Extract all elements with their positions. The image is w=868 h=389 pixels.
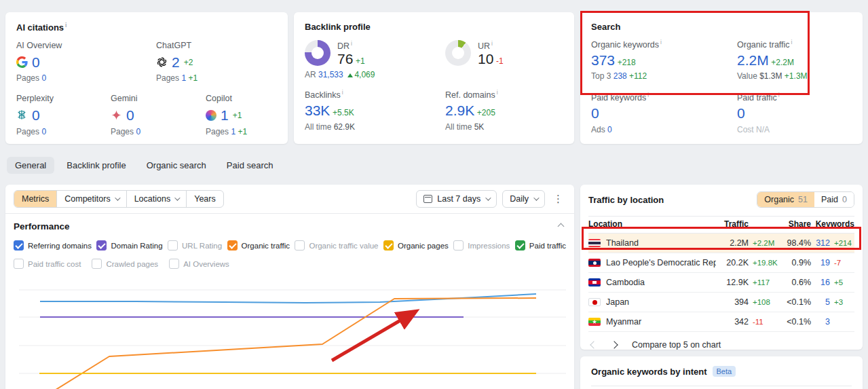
checkbox-ai-overviews[interactable]: AI Overviews <box>169 259 229 269</box>
metric-value: 10 <box>478 51 493 67</box>
checkbox-icon <box>14 259 24 269</box>
checkbox-url-rating[interactable]: URL Rating <box>168 240 222 251</box>
checkbox-crawled-pages[interactable]: Crawled pages <box>92 259 158 269</box>
pages-value[interactable]: 0 <box>136 127 140 136</box>
metric-delta: +2.2M <box>771 58 794 67</box>
keywords-link[interactable]: 16 <box>811 278 830 287</box>
traffic-value: 20.2K <box>716 258 749 267</box>
table-row-thailand[interactable]: Thailand 2.2M +2.2M 98.4% 312 +214 <box>588 234 854 253</box>
checkbox-impressions[interactable]: Impressions <box>453 240 510 251</box>
copilot-metric: Copilot 1 +1 Pages 1 +1 <box>206 94 247 136</box>
tab-organic-search[interactable]: Organic search <box>138 157 214 174</box>
keywords-link[interactable]: 312 <box>811 238 830 248</box>
checkbox-organic-pages[interactable]: Organic pages <box>383 240 449 251</box>
metric-value[interactable]: 2.9K <box>445 103 474 118</box>
column-header-traffic[interactable]: Traffic <box>716 219 749 229</box>
gemini-metric: Gemini 0 Pages 0 <box>111 94 206 136</box>
sub-value[interactable]: 238 <box>614 71 627 81</box>
table-row-cambodia[interactable]: Cambodia 12.9K +117 0.6% 16 +5 <box>588 273 854 293</box>
keywords-link[interactable]: 19 <box>811 258 830 267</box>
chatgpt-metric: ChatGPT 2 +2 Pages 1 +1 <box>156 41 197 83</box>
locations-button[interactable]: Locations <box>127 191 187 207</box>
previous-page-icon[interactable] <box>590 341 597 348</box>
table-row-laos[interactable]: Lao People's Democratic Reput 20.2K +19.… <box>588 253 854 273</box>
checkbox-label: Domain Rating <box>111 242 162 250</box>
location-name: Thailand <box>606 238 716 248</box>
paid-toggle-button[interactable]: Paid0 <box>814 192 854 207</box>
table-row-myanmar[interactable]: Myanmar 342 -11 <0.1% 3 <box>588 312 854 332</box>
traffic-by-location-title: Traffic by location <box>588 195 664 205</box>
pages-value[interactable]: 0 <box>41 127 46 136</box>
traffic-delta: +2.2M <box>749 239 780 247</box>
organic-toggle-button[interactable]: Organic51 <box>757 192 814 207</box>
metric-value[interactable]: 0 <box>737 105 745 121</box>
tab-general[interactable]: General <box>7 157 54 174</box>
perplexity-metric: Perplexity 0 Pages 0 <box>16 94 111 136</box>
checkbox-icon <box>515 240 525 251</box>
date-range-button[interactable]: Last 7 days <box>416 190 497 208</box>
metric-value[interactable]: 373 <box>591 52 615 68</box>
backlinks-metric: Backlinksi 33K +5.5K All time 62.9K <box>305 89 445 131</box>
keywords-delta: +214 <box>830 239 854 247</box>
metric-delta: +218 <box>618 58 636 67</box>
sub-delta: +1.3M <box>785 71 808 81</box>
granularity-button[interactable]: Daily <box>502 190 545 208</box>
competitors-button[interactable]: Competitors <box>57 191 126 207</box>
tab-paid-search[interactable]: Paid search <box>219 157 282 174</box>
pages-value[interactable]: 0 <box>41 73 46 83</box>
metric-value[interactable]: 33K <box>305 103 330 118</box>
kebab-menu-icon[interactable]: ⋮ <box>550 193 566 205</box>
tab-backlink-profile[interactable]: Backlink profile <box>58 157 134 174</box>
traffic-delta: +108 <box>749 298 780 306</box>
collapse-chevron-up-icon[interactable] <box>558 223 565 230</box>
organic-traffic-metric: Organic traffici 2.2M +2.2M Value $1.3M … <box>737 39 852 81</box>
pages-label: Pages <box>16 73 39 83</box>
share-value: 0.6% <box>780 278 811 287</box>
metrics-button[interactable]: Metrics <box>14 191 57 207</box>
divider <box>5 213 574 214</box>
compare-top5-link[interactable]: Compare top 5 on chart <box>632 340 721 350</box>
metric-label: Ref. domains <box>445 90 495 100</box>
metric-label: Gemini <box>111 94 206 103</box>
laos-flag-icon <box>588 259 601 267</box>
ar-value[interactable]: 31,533 <box>318 70 343 79</box>
checkbox-organic-traffic[interactable]: Organic traffic <box>227 240 290 251</box>
column-header-location[interactable]: Location <box>588 219 716 229</box>
checkbox-icon <box>453 240 464 251</box>
traffic-value: 12.9K <box>716 278 749 287</box>
sub-label: Value <box>737 71 757 81</box>
sub-value[interactable]: 0 <box>607 125 612 134</box>
keywords-link[interactable]: 3 <box>811 317 830 327</box>
checkbox-paid-traffic-cost[interactable]: Paid traffic cost <box>14 259 81 269</box>
alltime-label: All time <box>445 122 472 132</box>
column-header-share[interactable]: Share <box>780 219 811 229</box>
table-header-row: Location Traffic Share Keywords <box>588 216 854 234</box>
section-tabbar: General Backlink profile Organic search … <box>7 157 282 174</box>
years-button[interactable]: Years <box>187 191 223 207</box>
checkbox-domain-rating[interactable]: Domain Rating <box>96 240 162 251</box>
keywords-by-intent-title: Organic keywords by intent <box>591 367 707 377</box>
openai-logo-icon <box>156 56 168 68</box>
next-page-icon[interactable] <box>610 341 618 348</box>
keywords-link[interactable]: 5 <box>811 297 830 307</box>
traffic-value: 342 <box>716 317 749 327</box>
domain-rating-metric: DRi 76 +1 AR 31,533 4,069 <box>305 40 445 79</box>
table-row-japan[interactable]: Japan 394 +108 <0.1% 5 +3 <box>588 293 854 312</box>
locations-label: Locations <box>134 194 171 204</box>
sub-label: Top 3 <box>591 71 611 81</box>
checkbox-referring-domains[interactable]: Referring domains <box>14 240 92 251</box>
pages-value[interactable]: 1 <box>231 127 235 136</box>
performance-line-chart <box>14 273 566 389</box>
metric-value: 0 <box>32 107 40 123</box>
metric-value[interactable]: 0 <box>591 105 599 121</box>
checkbox-organic-traffic-value[interactable]: Organic traffic value <box>295 240 378 251</box>
pages-label: Pages <box>156 73 179 83</box>
checkbox-paid-traffic[interactable]: Paid traffic <box>515 240 566 251</box>
metric-value[interactable]: 2.2M <box>737 52 769 68</box>
pages-value[interactable]: 1 <box>181 73 186 83</box>
keywords-delta: +3 <box>830 298 854 306</box>
checkbox-label: Paid traffic cost <box>28 260 81 268</box>
column-header-keywords[interactable]: Keywords <box>811 219 854 229</box>
pages-delta: +1 <box>188 73 197 83</box>
ai-citations-title: AI citationsi <box>16 22 277 33</box>
